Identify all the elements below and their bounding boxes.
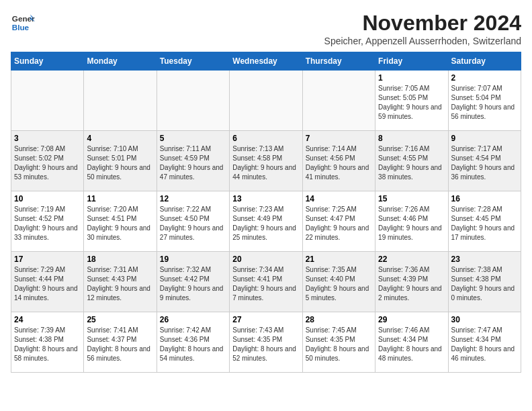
day-info: Sunrise: 7:08 AM Sunset: 5:02 PM Dayligh…	[14, 144, 81, 182]
day-cell: 16Sunrise: 7:28 AM Sunset: 4:45 PM Dayli…	[448, 191, 521, 252]
day-number: 28	[306, 315, 372, 324]
day-cell	[11, 71, 84, 131]
day-info: Sunrise: 7:42 AM Sunset: 4:36 PM Dayligh…	[160, 326, 226, 363]
day-cell	[302, 71, 375, 131]
day-info: Sunrise: 7:23 AM Sunset: 4:49 PM Dayligh…	[232, 205, 299, 242]
week-row-5: 24Sunrise: 7:39 AM Sunset: 4:38 PM Dayli…	[11, 312, 521, 373]
day-cell: 22Sunrise: 7:36 AM Sunset: 4:39 PM Dayli…	[375, 252, 448, 312]
day-info: Sunrise: 7:20 AM Sunset: 4:51 PM Dayligh…	[87, 205, 153, 242]
day-number: 22	[378, 255, 445, 264]
day-number: 30	[451, 315, 518, 324]
day-info: Sunrise: 7:36 AM Sunset: 4:39 PM Dayligh…	[378, 265, 445, 303]
week-row-2: 3Sunrise: 7:08 AM Sunset: 5:02 PM Daylig…	[11, 131, 521, 191]
day-cell: 13Sunrise: 7:23 AM Sunset: 4:49 PM Dayli…	[230, 191, 302, 252]
day-info: Sunrise: 7:43 AM Sunset: 4:35 PM Dayligh…	[232, 326, 299, 363]
day-info: Sunrise: 7:41 AM Sunset: 4:37 PM Dayligh…	[87, 326, 153, 363]
day-cell: 24Sunrise: 7:39 AM Sunset: 4:38 PM Dayli…	[11, 312, 84, 373]
day-number: 26	[160, 315, 226, 324]
day-number: 23	[451, 255, 518, 264]
day-info: Sunrise: 7:29 AM Sunset: 4:44 PM Dayligh…	[14, 265, 81, 303]
day-number: 17	[14, 255, 81, 264]
day-info: Sunrise: 7:39 AM Sunset: 4:38 PM Dayligh…	[14, 326, 81, 363]
col-header-saturday: Saturday	[448, 52, 521, 71]
day-number: 2	[451, 73, 518, 83]
day-info: Sunrise: 7:35 AM Sunset: 4:40 PM Dayligh…	[306, 265, 372, 303]
day-cell: 20Sunrise: 7:34 AM Sunset: 4:41 PM Dayli…	[230, 252, 302, 312]
col-header-wednesday: Wednesday	[230, 52, 302, 71]
day-info: Sunrise: 7:31 AM Sunset: 4:43 PM Dayligh…	[87, 265, 153, 303]
svg-text:Blue: Blue	[12, 23, 30, 32]
day-info: Sunrise: 7:34 AM Sunset: 4:41 PM Dayligh…	[232, 265, 299, 303]
day-number: 12	[160, 194, 226, 203]
day-cell: 26Sunrise: 7:42 AM Sunset: 4:36 PM Dayli…	[157, 312, 229, 373]
week-row-1: 1Sunrise: 7:05 AM Sunset: 5:05 PM Daylig…	[11, 71, 521, 131]
day-number: 18	[87, 255, 153, 264]
title-area: November 2024 Speicher, Appenzell Ausser…	[324, 11, 521, 46]
day-info: Sunrise: 7:17 AM Sunset: 4:54 PM Dayligh…	[451, 144, 518, 182]
day-number: 24	[14, 315, 81, 324]
day-cell: 2Sunrise: 7:07 AM Sunset: 5:04 PM Daylig…	[448, 71, 521, 131]
day-number: 3	[14, 134, 81, 143]
day-number: 13	[232, 194, 299, 203]
day-cell	[157, 71, 229, 131]
day-number: 25	[87, 315, 153, 324]
day-info: Sunrise: 7:47 AM Sunset: 4:34 PM Dayligh…	[451, 326, 518, 363]
day-info: Sunrise: 7:38 AM Sunset: 4:38 PM Dayligh…	[451, 265, 518, 303]
day-info: Sunrise: 7:28 AM Sunset: 4:45 PM Dayligh…	[451, 205, 518, 242]
month-title: November 2024	[324, 11, 521, 36]
day-cell: 8Sunrise: 7:16 AM Sunset: 4:55 PM Daylig…	[375, 131, 448, 191]
logo: General Blue	[11, 11, 35, 35]
col-header-sunday: Sunday	[11, 52, 84, 71]
day-cell: 30Sunrise: 7:47 AM Sunset: 4:34 PM Dayli…	[448, 312, 521, 373]
header-row: SundayMondayTuesdayWednesdayThursdayFrid…	[11, 52, 521, 71]
day-number: 4	[87, 134, 153, 143]
calendar-table: SundayMondayTuesdayWednesdayThursdayFrid…	[11, 52, 521, 373]
day-number: 20	[232, 255, 299, 264]
day-cell: 18Sunrise: 7:31 AM Sunset: 4:43 PM Dayli…	[84, 252, 157, 312]
day-cell: 3Sunrise: 7:08 AM Sunset: 5:02 PM Daylig…	[11, 131, 84, 191]
day-cell: 28Sunrise: 7:45 AM Sunset: 4:35 PM Dayli…	[302, 312, 375, 373]
day-cell: 27Sunrise: 7:43 AM Sunset: 4:35 PM Dayli…	[230, 312, 302, 373]
day-cell	[84, 71, 157, 131]
col-header-tuesday: Tuesday	[157, 52, 229, 71]
col-header-monday: Monday	[84, 52, 157, 71]
day-number: 9	[451, 134, 518, 143]
day-cell: 21Sunrise: 7:35 AM Sunset: 4:40 PM Dayli…	[302, 252, 375, 312]
day-info: Sunrise: 7:25 AM Sunset: 4:47 PM Dayligh…	[306, 205, 372, 242]
day-cell: 9Sunrise: 7:17 AM Sunset: 4:54 PM Daylig…	[448, 131, 521, 191]
day-cell: 1Sunrise: 7:05 AM Sunset: 5:05 PM Daylig…	[375, 71, 448, 131]
day-info: Sunrise: 7:14 AM Sunset: 4:56 PM Dayligh…	[306, 144, 372, 182]
day-number: 21	[306, 255, 372, 264]
day-number: 16	[451, 194, 518, 203]
day-cell: 14Sunrise: 7:25 AM Sunset: 4:47 PM Dayli…	[302, 191, 375, 252]
logo-icon: General Blue	[11, 11, 35, 35]
day-info: Sunrise: 7:46 AM Sunset: 4:34 PM Dayligh…	[378, 326, 445, 363]
day-cell: 23Sunrise: 7:38 AM Sunset: 4:38 PM Dayli…	[448, 252, 521, 312]
day-number: 7	[306, 134, 372, 143]
day-info: Sunrise: 7:22 AM Sunset: 4:50 PM Dayligh…	[160, 205, 226, 242]
day-number: 29	[378, 315, 445, 324]
day-cell	[230, 71, 302, 131]
day-info: Sunrise: 7:11 AM Sunset: 4:59 PM Dayligh…	[160, 144, 226, 182]
day-number: 19	[160, 255, 226, 264]
day-info: Sunrise: 7:32 AM Sunset: 4:42 PM Dayligh…	[160, 265, 226, 303]
week-row-4: 17Sunrise: 7:29 AM Sunset: 4:44 PM Dayli…	[11, 252, 521, 312]
day-number: 6	[232, 134, 299, 143]
day-info: Sunrise: 7:19 AM Sunset: 4:52 PM Dayligh…	[14, 205, 81, 242]
day-cell: 11Sunrise: 7:20 AM Sunset: 4:51 PM Dayli…	[84, 191, 157, 252]
day-cell: 19Sunrise: 7:32 AM Sunset: 4:42 PM Dayli…	[157, 252, 229, 312]
day-cell: 10Sunrise: 7:19 AM Sunset: 4:52 PM Dayli…	[11, 191, 84, 252]
week-row-3: 10Sunrise: 7:19 AM Sunset: 4:52 PM Dayli…	[11, 191, 521, 252]
location-title: Speicher, Appenzell Ausserrhoden, Switze…	[324, 36, 521, 46]
day-cell: 15Sunrise: 7:26 AM Sunset: 4:46 PM Dayli…	[375, 191, 448, 252]
day-cell: 25Sunrise: 7:41 AM Sunset: 4:37 PM Dayli…	[84, 312, 157, 373]
day-info: Sunrise: 7:45 AM Sunset: 4:35 PM Dayligh…	[306, 326, 372, 363]
day-info: Sunrise: 7:16 AM Sunset: 4:55 PM Dayligh…	[378, 144, 445, 182]
day-cell: 7Sunrise: 7:14 AM Sunset: 4:56 PM Daylig…	[302, 131, 375, 191]
day-number: 5	[160, 134, 226, 143]
day-number: 11	[87, 194, 153, 203]
day-cell: 12Sunrise: 7:22 AM Sunset: 4:50 PM Dayli…	[157, 191, 229, 252]
day-cell: 4Sunrise: 7:10 AM Sunset: 5:01 PM Daylig…	[84, 131, 157, 191]
day-info: Sunrise: 7:26 AM Sunset: 4:46 PM Dayligh…	[378, 205, 445, 242]
col-header-friday: Friday	[375, 52, 448, 71]
